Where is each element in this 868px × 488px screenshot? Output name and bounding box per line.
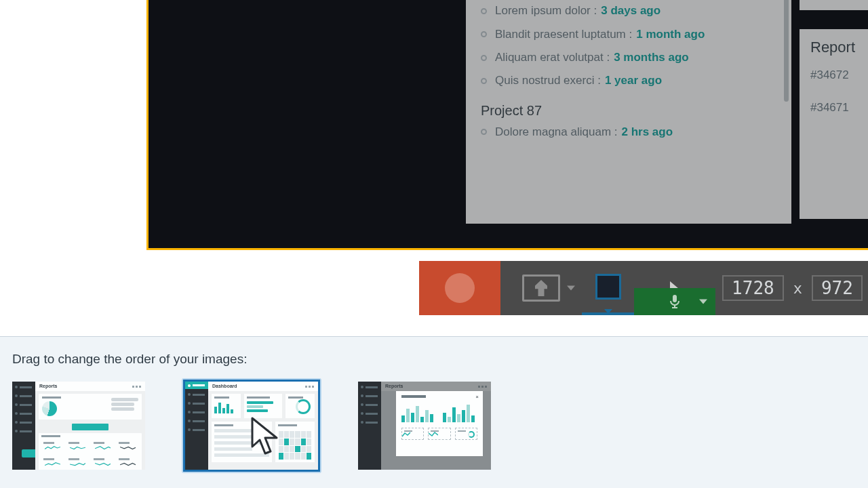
report-id: #34672 xyxy=(810,68,868,82)
mini-title: Dashboard xyxy=(212,384,237,389)
thumbnail-preview: Reports × xyxy=(358,382,491,470)
dimension-separator: x xyxy=(793,280,802,297)
record-icon xyxy=(445,273,475,303)
chevron-down-icon[interactable] xyxy=(604,309,612,314)
window-controls-icon xyxy=(131,384,141,389)
captured-right-column: 11-07| 11-13| … Report #34672 #34671 xyxy=(800,0,868,224)
bar-chart-icon xyxy=(443,403,475,422)
bullet-icon xyxy=(481,31,487,37)
feed-time: 3 months ago xyxy=(614,51,689,64)
close-icon: × xyxy=(475,394,479,400)
capture-width-input[interactable]: 1728 xyxy=(722,275,784,301)
feed-time: 1 year ago xyxy=(605,74,662,87)
feed-item: Blandit praesent luptatum : 1 month ago xyxy=(481,28,776,41)
recorder-toolbar: 1728 x 972 xyxy=(419,261,868,315)
feed-text: Lorem ipsum dolor : xyxy=(495,4,597,18)
region-select-button[interactable] xyxy=(582,261,634,315)
bullet-icon xyxy=(481,129,487,135)
thumbnail-item-selected[interactable]: Dashboard xyxy=(182,378,321,473)
ring-chart-icon xyxy=(468,431,475,438)
thumbnail-list: Reports xyxy=(12,382,856,473)
captured-app-preview: Consectetuer adipiscing elit : 4 hrs ago… xyxy=(149,0,868,248)
mini-modal-title xyxy=(401,395,426,398)
right-reports-card: Report #34672 #34671 xyxy=(800,29,868,219)
scrollbar[interactable] xyxy=(784,0,789,102)
bullet-icon xyxy=(481,78,487,84)
feed-text: Blandit praesent luptatum : xyxy=(495,28,632,41)
svg-rect-0 xyxy=(673,295,677,302)
bar-chart-icon xyxy=(401,403,433,422)
calendar-icon xyxy=(279,431,311,460)
bullet-icon xyxy=(481,55,487,61)
microphone-toggle[interactable] xyxy=(634,288,715,315)
feed-time: 2 hrs ago xyxy=(621,125,673,139)
reorder-strip: Drag to change the order of your images:… xyxy=(0,336,868,488)
thumbnail-preview: Dashboard xyxy=(185,382,318,470)
capture-region-frame[interactable]: Consectetuer adipiscing elit : 4 hrs ago… xyxy=(149,0,868,248)
window-controls-icon xyxy=(304,384,314,389)
capture-dimensions: 1728 x 972 xyxy=(715,261,868,315)
feed-item: Quis nostrud exerci : 1 year ago xyxy=(481,74,776,87)
chevron-down-icon[interactable] xyxy=(567,286,575,291)
mini-chip xyxy=(401,428,424,440)
feed-text: Quis nostrud exerci : xyxy=(495,74,601,87)
webcam-toggle[interactable] xyxy=(500,261,582,315)
mini-title: Reports xyxy=(39,384,57,389)
progress-bars-icon xyxy=(247,401,280,412)
mini-chip xyxy=(455,428,477,440)
bar-chart-icon xyxy=(214,401,238,413)
captured-activity-feed: Consectetuer adipiscing elit : 4 hrs ago… xyxy=(466,0,791,224)
ring-chart-icon xyxy=(296,399,311,414)
bullet-icon xyxy=(481,8,487,14)
microphone-icon xyxy=(669,294,680,309)
thumbnail-item[interactable]: Reports xyxy=(12,382,145,470)
webcam-icon xyxy=(522,274,560,302)
mini-chip xyxy=(428,428,450,440)
feed-time: 3 days ago xyxy=(601,4,660,18)
feed-project-heading: Project 87 xyxy=(481,103,776,119)
right-dates-card: 11-07| 11-13| … xyxy=(800,0,868,10)
chevron-down-icon[interactable] xyxy=(699,300,707,304)
feed-text: Aliquam erat volutpat : xyxy=(495,51,610,64)
feed-item: Dolore magna aliquam : 2 hrs ago xyxy=(481,125,776,139)
mini-sidebar xyxy=(358,382,381,470)
mini-sidebar xyxy=(185,382,208,470)
feed-text: Dolore magna aliquam : xyxy=(495,125,617,139)
reorder-instruction: Drag to change the order of your images: xyxy=(12,352,856,367)
capture-height-input[interactable]: 972 xyxy=(812,275,863,301)
pie-chart-icon xyxy=(42,401,57,416)
record-button[interactable] xyxy=(419,261,500,315)
mini-generate-button xyxy=(72,424,108,430)
right-section-title: Report xyxy=(810,39,868,56)
mini-modal: × xyxy=(396,391,483,456)
captured-app-sidebar xyxy=(279,0,437,224)
feed-item: Lorem ipsum dolor : 3 days ago xyxy=(481,4,776,18)
mini-sidebar xyxy=(12,382,35,470)
cursor-and-audio-group xyxy=(634,261,715,315)
thumbnail-item[interactable]: Reports × xyxy=(358,382,491,470)
region-icon xyxy=(595,274,621,300)
feed-item: Aliquam erat volutpat : 3 months ago xyxy=(481,51,776,64)
feed-time: 1 month ago xyxy=(636,28,705,41)
thumbnail-preview: Reports xyxy=(12,382,145,470)
report-id: #34671 xyxy=(810,101,868,115)
